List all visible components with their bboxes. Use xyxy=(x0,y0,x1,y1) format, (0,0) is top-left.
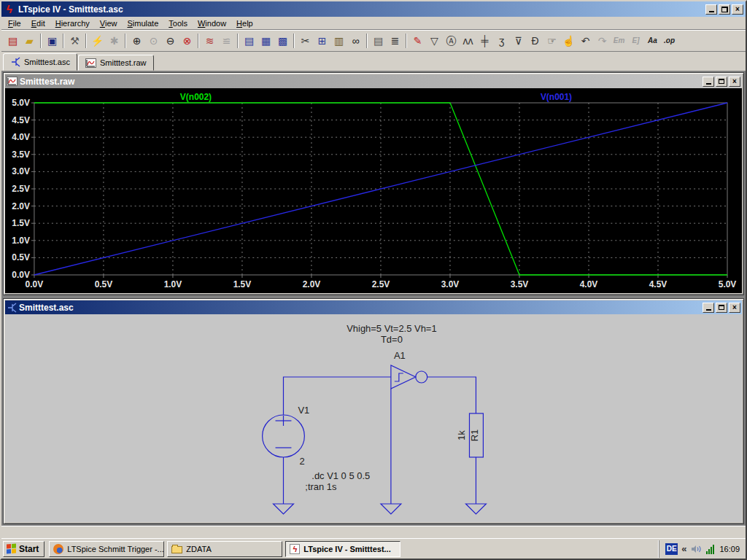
waveform-plot-svg[interactable]: 0.0V0.5V1.0V1.5V2.0V2.5V3.0V3.5V4.0V4.5V… xyxy=(5,88,742,293)
zoom-back-icon[interactable]: ⊙ xyxy=(145,32,162,49)
schematic-window-titlebar[interactable]: Smitttest.asc × xyxy=(5,300,742,314)
plot-close-button[interactable]: × xyxy=(729,77,740,87)
trace-label[interactable]: V(n002) xyxy=(180,92,212,102)
autorange-icon[interactable]: ≋ xyxy=(201,32,218,49)
plot-minimize-button[interactable] xyxy=(703,77,714,87)
cascade-icon[interactable]: ▩ xyxy=(274,32,291,49)
taskbar-clock[interactable]: 16:09 xyxy=(719,545,740,553)
source-value-label[interactable]: 2 xyxy=(299,456,304,467)
minimize-button[interactable] xyxy=(705,4,717,15)
ground-icon[interactable]: ▽ xyxy=(426,32,443,49)
taskbar-item-ltspice[interactable]: ϟ LTspice IV - Smitttest... xyxy=(285,541,400,557)
tile-horizontal-icon[interactable]: ▤ xyxy=(241,32,258,49)
gate-ref-label[interactable]: A1 xyxy=(394,350,406,361)
waveform-window-titlebar[interactable]: Smitttest.raw × xyxy=(5,74,742,88)
schem-maximize-button[interactable] xyxy=(716,303,727,313)
plot-settings-icon[interactable]: ≌ xyxy=(218,32,235,49)
svg-text:1.5V: 1.5V xyxy=(12,218,30,228)
ground-symbol[interactable] xyxy=(465,504,486,514)
ground-symbol[interactable] xyxy=(274,504,294,514)
gate-params-text[interactable]: Vhigh=5 Vt=2.5 Vh=1 xyxy=(347,323,436,334)
resistor-icon[interactable]: ʌʌ xyxy=(460,32,476,49)
menu-item[interactable]: Simulate xyxy=(122,18,163,29)
resistor-ref-label[interactable]: R1 xyxy=(469,429,480,442)
gate-delay-text[interactable]: Td=0 xyxy=(381,334,403,345)
drag-icon[interactable]: ☝ xyxy=(560,32,577,49)
print-preview-icon[interactable]: ▤ xyxy=(370,32,387,49)
taskbar-item-zdata-folder[interactable]: ZDATA xyxy=(167,541,282,557)
menu-item[interactable]: Window xyxy=(193,18,231,29)
wire-icon[interactable]: ✎ xyxy=(409,32,426,49)
redo-icon[interactable]: ↷ xyxy=(594,32,611,49)
waveform-plot-area[interactable]: 0.0V0.5V1.0V1.5V2.0V2.5V3.0V3.5V4.0V4.5V… xyxy=(5,88,742,293)
taskbar-item-firefox[interactable]: LTSpice Schmitt Trigger -... xyxy=(49,541,164,557)
svg-text:4.0V: 4.0V xyxy=(580,279,598,289)
find-icon[interactable]: ∞ xyxy=(347,32,364,49)
diode-icon[interactable]: ⊽ xyxy=(510,32,527,49)
schem-minimize-button[interactable] xyxy=(703,303,714,313)
new-schematic-icon[interactable]: ▤ xyxy=(4,32,21,49)
zoom-full-icon[interactable]: ⊗ xyxy=(179,32,196,49)
tab-smitttest-raw[interactable]: Smitttest.raw xyxy=(78,55,154,71)
ground-symbol[interactable] xyxy=(381,504,401,514)
component-icon[interactable]: Ð xyxy=(527,32,543,49)
menu-item[interactable]: Help xyxy=(231,18,258,29)
svg-text:2.5V: 2.5V xyxy=(12,184,30,194)
mirror-icon[interactable]: E] xyxy=(627,32,644,49)
menu-item[interactable]: Tools xyxy=(163,18,193,29)
paste-icon[interactable]: ▥ xyxy=(330,32,347,49)
print-icon[interactable]: ≣ xyxy=(387,32,403,49)
menu-item[interactable]: Hierarchy xyxy=(50,18,95,29)
restore-icon xyxy=(721,7,728,12)
zoom-out-icon[interactable]: ⊖ xyxy=(162,32,179,49)
svg-text:1.0V: 1.0V xyxy=(12,236,30,246)
schematic-canvas[interactable]: Vhigh=5 Vt=2.5 Vh=1 Td=0 A1 V1 2 1k R1 .… xyxy=(5,314,742,522)
find-net-icon[interactable]: Em xyxy=(611,32,627,49)
schmitt-trigger-a1[interactable] xyxy=(391,365,427,504)
wire-output-net[interactable] xyxy=(427,377,476,413)
tran-directive-comment[interactable]: ;tran 1s xyxy=(305,481,337,492)
cut-icon[interactable]: ✂ xyxy=(297,32,314,49)
svg-text:3.5V: 3.5V xyxy=(511,279,529,289)
language-indicator[interactable]: DE xyxy=(665,543,678,555)
trace-label[interactable]: V(n001) xyxy=(541,92,572,102)
zoom-in-icon[interactable]: ⊕ xyxy=(128,32,145,49)
dc-sweep-directive[interactable]: .dc V1 0 5 0.5 xyxy=(311,470,370,481)
svg-text:4.5V: 4.5V xyxy=(12,115,30,125)
text-icon[interactable]: Aa xyxy=(644,32,661,49)
source-ref-label[interactable]: V1 xyxy=(298,405,309,416)
network-signal-icon[interactable] xyxy=(706,544,714,554)
plot-maximize-button[interactable] xyxy=(716,77,727,87)
run-icon[interactable]: ⚡ xyxy=(89,32,106,49)
tab-smitttest-asc[interactable]: Smitttest.asc xyxy=(3,53,77,71)
resistor-value-label[interactable]: 1k xyxy=(456,430,467,440)
save-icon[interactable]: ▣ xyxy=(44,32,61,49)
restore-button[interactable] xyxy=(719,4,730,15)
menu-item[interactable]: Edit xyxy=(26,18,50,29)
menu-item[interactable]: File xyxy=(3,18,26,29)
spice-directive-icon[interactable]: .op xyxy=(661,32,678,49)
resistor-r1[interactable] xyxy=(469,413,483,504)
schem-close-button[interactable]: × xyxy=(729,303,740,313)
start-button[interactable]: Start xyxy=(3,541,44,557)
capacitor-icon[interactable]: ╪ xyxy=(476,32,493,49)
halt-icon[interactable]: ✱ xyxy=(106,32,123,49)
menu-item[interactable]: View xyxy=(95,18,123,29)
undo-icon[interactable]: ↶ xyxy=(577,32,594,49)
inductor-icon[interactable]: ʒ xyxy=(493,32,510,49)
maximize-icon xyxy=(719,79,724,84)
minimize-icon xyxy=(706,83,711,85)
close-icon: × xyxy=(732,304,737,311)
open-icon[interactable]: ▰ xyxy=(21,32,38,49)
maximize-icon xyxy=(719,305,724,310)
label-icon[interactable]: Ⓐ xyxy=(443,32,460,49)
tile-vertical-icon[interactable]: ▦ xyxy=(258,32,274,49)
tray-expand-chevron[interactable]: « xyxy=(681,543,686,554)
copy-icon[interactable]: ⊞ xyxy=(314,32,330,49)
close-button[interactable]: × xyxy=(732,4,743,15)
control-panel-icon[interactable]: ⚒ xyxy=(66,32,83,49)
waveform-window-icon xyxy=(7,77,18,86)
volume-icon[interactable] xyxy=(690,544,703,554)
move-icon[interactable]: ☞ xyxy=(543,32,560,49)
voltage-source-v1[interactable] xyxy=(263,415,305,504)
